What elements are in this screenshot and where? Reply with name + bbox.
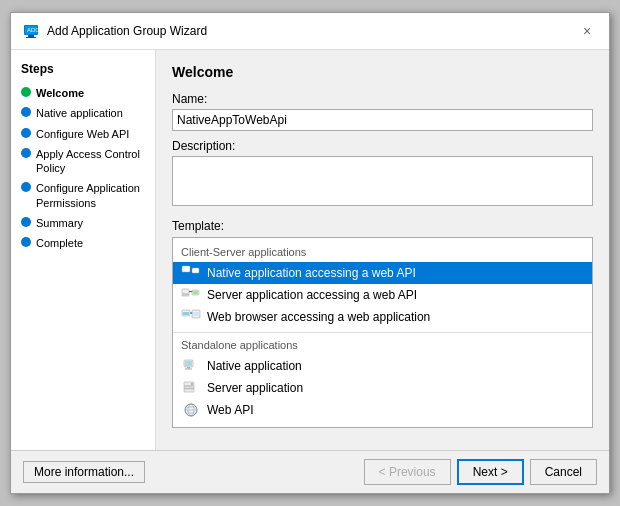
web-browser-icon <box>181 309 201 325</box>
svg-rect-25 <box>187 367 190 369</box>
step-item-welcome: Welcome <box>21 86 145 100</box>
server-web-api-icon <box>181 287 201 303</box>
step-label-complete: Complete <box>36 236 83 250</box>
svg-rect-11 <box>182 289 189 294</box>
template-item-web-api-standalone[interactable]: Web API <box>173 399 592 421</box>
svg-rect-20 <box>193 312 199 316</box>
dialog-title: Add Application Group Wizard <box>47 24 207 38</box>
svg-rect-1 <box>28 35 34 37</box>
template-item-native-app[interactable]: Native application <box>173 355 592 377</box>
cancel-button[interactable]: Cancel <box>530 459 597 485</box>
step-label-web-api: Configure Web API <box>36 127 129 141</box>
template-item-server-app[interactable]: Server application <box>173 377 592 399</box>
sidebar: Steps Welcome Native application Configu… <box>11 50 156 450</box>
description-label: Description: <box>172 139 593 153</box>
step-item-complete: Complete <box>21 236 145 250</box>
app-icon: ADG <box>23 23 39 39</box>
step-dot-web-api <box>21 128 31 138</box>
svg-rect-29 <box>184 389 194 392</box>
template-box: Client-Server applications Native applic… <box>172 237 593 428</box>
sidebar-heading: Steps <box>21 62 145 76</box>
svg-rect-18 <box>183 312 189 315</box>
svg-rect-8 <box>193 269 198 272</box>
step-label-access-control: Apply Access Control Policy <box>36 147 145 176</box>
title-bar-left: ADG Add Application Group Wizard <box>23 23 207 39</box>
template-item-native-web-api[interactable]: Native application accessing a web API <box>173 262 592 284</box>
step-item-summary: Summary <box>21 216 145 230</box>
step-dot-summary <box>21 217 31 227</box>
dialog-window: ADG Add Application Group Wizard × Steps… <box>10 12 610 494</box>
more-info-button[interactable]: More information... <box>23 461 145 483</box>
step-dot-complete <box>21 237 31 247</box>
step-dot-native-app <box>21 107 31 117</box>
template-item-web-api-standalone-label: Web API <box>207 403 253 417</box>
svg-text:ADG: ADG <box>27 27 39 33</box>
svg-rect-14 <box>193 291 198 294</box>
template-item-native-app-label: Native application <box>207 359 302 373</box>
template-divider <box>173 332 592 333</box>
close-button[interactable]: × <box>577 21 597 41</box>
template-label: Template: <box>172 219 593 233</box>
name-input[interactable] <box>172 109 593 131</box>
template-item-server-app-label: Server application <box>207 381 303 395</box>
svg-rect-6 <box>183 267 189 271</box>
server-app-icon <box>181 380 201 396</box>
svg-rect-28 <box>184 386 194 389</box>
main-content: Welcome Name: Description: Template: Cli… <box>156 50 609 450</box>
footer-bar: More information... < Previous Next > Ca… <box>11 450 609 493</box>
step-dot-welcome <box>21 87 31 97</box>
native-web-api-icon <box>181 265 201 281</box>
step-label-app-permissions: Configure Application Permissions <box>36 181 145 210</box>
template-item-web-browser-label: Web browser accessing a web application <box>207 310 430 324</box>
step-item-app-permissions: Configure Application Permissions <box>21 181 145 210</box>
step-item-web-api: Configure Web API <box>21 127 145 141</box>
title-bar: ADG Add Application Group Wizard × <box>11 13 609 50</box>
name-label: Name: <box>172 92 593 106</box>
step-item-access-control: Apply Access Control Policy <box>21 147 145 176</box>
step-label-welcome: Welcome <box>36 86 84 100</box>
step-item-native-app: Native application <box>21 106 145 120</box>
svg-rect-2 <box>26 37 36 38</box>
content-area: Steps Welcome Native application Configu… <box>11 50 609 450</box>
nav-buttons: < Previous Next > Cancel <box>364 459 597 485</box>
prev-button[interactable]: < Previous <box>364 459 451 485</box>
page-heading: Welcome <box>172 64 593 80</box>
step-label-native-app: Native application <box>36 106 123 120</box>
svg-rect-12 <box>182 294 189 296</box>
group-header-client-server: Client-Server applications <box>173 244 592 262</box>
template-item-server-web-api[interactable]: Server application accessing a web API <box>173 284 592 306</box>
group-header-standalone: Standalone applications <box>173 337 592 355</box>
template-item-web-browser[interactable]: Web browser accessing a web application <box>173 306 592 328</box>
step-label-summary: Summary <box>36 216 83 230</box>
web-api-icon <box>181 402 201 418</box>
description-textarea[interactable] <box>172 156 593 206</box>
template-item-native-web-api-label: Native application accessing a web API <box>207 266 416 280</box>
next-button[interactable]: Next > <box>457 459 524 485</box>
step-dot-app-permissions <box>21 182 31 192</box>
svg-point-30 <box>191 383 193 385</box>
template-item-server-web-api-label: Server application accessing a web API <box>207 288 417 302</box>
native-app-icon <box>181 358 201 374</box>
svg-rect-26 <box>185 369 192 370</box>
svg-rect-24 <box>185 361 192 366</box>
step-dot-access-control <box>21 148 31 158</box>
